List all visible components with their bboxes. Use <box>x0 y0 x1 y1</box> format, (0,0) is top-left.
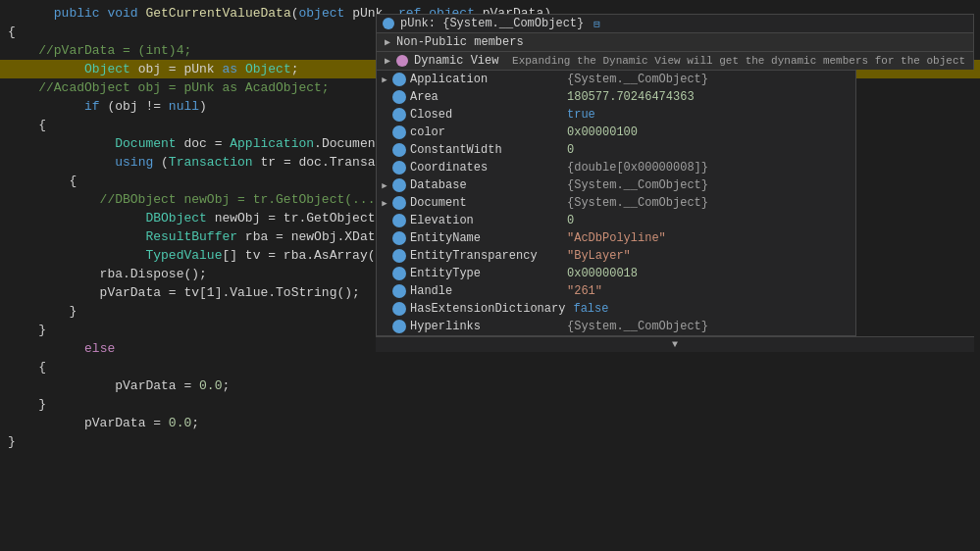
property-row[interactable]: EntityName"AcDbPolyline" <box>377 229 855 247</box>
property-row[interactable]: HasExtensionDictionaryfalse <box>377 300 855 318</box>
header-variable-text: pUnk: {System.__ComObject} <box>400 17 584 30</box>
property-type-icon <box>392 284 406 298</box>
property-name: Closed <box>410 108 567 122</box>
property-value: 0 <box>567 214 855 227</box>
code-line: pVarData = 0.0; <box>0 376 980 395</box>
property-value: false <box>573 302 855 316</box>
property-type-icon <box>392 73 406 86</box>
property-name: Hyperlinks <box>410 320 567 333</box>
scroll-indicator[interactable]: ▼ <box>376 336 974 352</box>
property-type-icon <box>392 320 406 333</box>
property-value: {System.__ComObject} <box>567 73 855 86</box>
property-type-icon <box>392 302 406 316</box>
property-row[interactable]: Handle"261" <box>377 282 855 300</box>
property-row[interactable]: ▶Application{System.__ComObject} <box>377 71 855 88</box>
property-name: ConstantWidth <box>410 143 567 157</box>
property-name: Application <box>410 73 567 86</box>
property-row[interactable]: Area180577.70246474363 <box>377 88 855 106</box>
properties-table: ▶Application{System.__ComObject}Area1805… <box>376 70 856 336</box>
property-type-icon <box>392 161 406 175</box>
property-value: "AcDbPolyline" <box>567 231 855 245</box>
property-type-icon <box>392 108 406 122</box>
property-value: {System.__ComObject} <box>567 178 855 192</box>
dynamic-view-row[interactable]: ▶ Dynamic View Expanding the Dynamic Vie… <box>376 51 974 70</box>
dynamic-view-icon <box>396 55 408 67</box>
expand-arrow-icon: ▶ <box>377 180 392 191</box>
property-type-icon <box>392 143 406 157</box>
property-name: Area <box>410 90 567 104</box>
property-name: Coordinates <box>410 161 567 175</box>
property-value: 0x00000100 <box>567 125 855 139</box>
property-value: "ByLayer" <box>567 249 855 263</box>
property-type-icon <box>392 125 406 139</box>
property-type-icon <box>392 178 406 192</box>
property-name: Elevation <box>410 214 567 227</box>
scroll-down-icon: ▼ <box>672 339 678 350</box>
property-row[interactable]: color0x00000100 <box>377 124 855 141</box>
debugger-tooltip: pUnk: {System.__ComObject} ⊟ ▶ Non-Publi… <box>376 14 974 352</box>
property-type-icon <box>392 90 406 104</box>
property-name: EntityName <box>410 231 567 245</box>
property-row[interactable]: ▶Document{System.__ComObject} <box>377 194 855 212</box>
dynamic-view-description: Expanding the Dynamic View will get the … <box>512 55 965 67</box>
header-icon <box>383 18 394 29</box>
property-value: true <box>567 108 855 122</box>
non-public-members-row[interactable]: ▶ Non-Public members <box>376 32 974 51</box>
property-value: 0 <box>567 143 855 157</box>
expand-icon: ▶ <box>385 36 390 48</box>
expand-arrow-icon: ▶ <box>377 198 392 209</box>
property-value: 0x00000018 <box>567 267 855 280</box>
property-name: Document <box>410 196 567 210</box>
property-value: {System.__ComObject} <box>567 320 855 333</box>
non-public-label: Non-Public members <box>396 35 524 49</box>
property-row[interactable]: Coordinates{double[0x00000008]} <box>377 159 855 176</box>
property-name: EntityTransparency <box>410 249 567 263</box>
property-type-icon <box>392 196 406 210</box>
property-row[interactable]: EntityTransparency"ByLayer" <box>377 247 855 265</box>
property-name: Database <box>410 178 567 192</box>
dynamic-view-expand-icon: ▶ <box>385 55 390 67</box>
property-type-icon <box>392 214 406 227</box>
property-row[interactable]: ▶Database{System.__ComObject} <box>377 176 855 194</box>
property-value: 180577.70246474363 <box>567 90 855 104</box>
property-name: EntityType <box>410 267 567 280</box>
property-row[interactable]: Hyperlinks{System.__ComObject} <box>377 318 855 335</box>
code-line: pVarData = 0.0; <box>0 414 980 432</box>
property-value: {double[0x00000008]} <box>567 161 855 175</box>
property-name: Handle <box>410 284 567 298</box>
property-row[interactable]: EntityType0x00000018 <box>377 265 855 282</box>
property-row[interactable]: Elevation0 <box>377 212 855 229</box>
property-name: color <box>410 125 567 139</box>
property-name: HasExtensionDictionary <box>410 302 573 316</box>
tooltip-header[interactable]: pUnk: {System.__ComObject} ⊟ <box>376 14 974 32</box>
property-value: "261" <box>567 284 855 298</box>
header-expand-icon[interactable]: ⊟ <box>593 18 600 30</box>
property-type-icon <box>392 231 406 245</box>
expand-arrow-icon: ▶ <box>377 75 392 85</box>
dynamic-view-label: Dynamic View <box>414 54 502 68</box>
property-row[interactable]: ConstantWidth0 <box>377 141 855 159</box>
property-type-icon <box>392 249 406 263</box>
property-row[interactable]: Closedtrue <box>377 106 855 124</box>
property-value: {System.__ComObject} <box>567 196 855 210</box>
property-type-icon <box>392 267 406 280</box>
